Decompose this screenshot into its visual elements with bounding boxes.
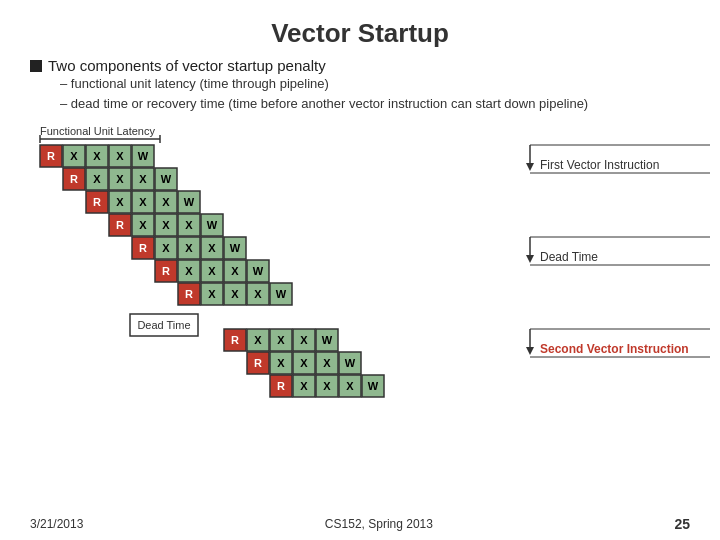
diagram-svg: Functional Unit Latency R X X X W: [30, 121, 710, 431]
second-vector-label: Second Vector Instruction: [540, 342, 689, 356]
svg-text:X: X: [116, 196, 124, 208]
svg-text:W: W: [368, 380, 379, 392]
svg-text:W: W: [322, 334, 333, 346]
svg-text:X: X: [185, 265, 193, 277]
svg-marker-110: [526, 255, 534, 263]
functional-unit-label: Functional Unit Latency: [40, 125, 155, 137]
svg-text:R: R: [47, 150, 55, 162]
svg-text:X: X: [208, 288, 216, 300]
svg-text:X: X: [139, 219, 147, 231]
svg-text:X: X: [254, 288, 262, 300]
footer-page: 25: [674, 516, 690, 532]
svg-text:R: R: [139, 242, 147, 254]
svg-text:X: X: [231, 288, 239, 300]
svg-text:X: X: [139, 173, 147, 185]
footer-course: CS152, Spring 2013: [325, 517, 433, 531]
dead-time-box-label: Dead Time: [137, 319, 190, 331]
svg-text:X: X: [254, 334, 262, 346]
bullet-main: Two components of vector startup penalty: [30, 57, 690, 74]
svg-marker-106: [526, 163, 534, 171]
svg-text:X: X: [93, 150, 101, 162]
svg-text:R: R: [231, 334, 239, 346]
page-title: Vector Startup: [30, 18, 690, 49]
diagram-area: Functional Unit Latency R X X X W: [30, 121, 690, 441]
svg-text:X: X: [162, 242, 170, 254]
svg-text:X: X: [116, 173, 124, 185]
footer: 3/21/2013 CS152, Spring 2013 25: [30, 516, 690, 532]
svg-text:X: X: [300, 334, 308, 346]
svg-text:R: R: [70, 173, 78, 185]
svg-text:W: W: [345, 357, 356, 369]
svg-text:W: W: [138, 150, 149, 162]
svg-text:X: X: [300, 357, 308, 369]
svg-text:X: X: [346, 380, 354, 392]
svg-text:X: X: [185, 242, 193, 254]
dead-time-right-label: Dead Time: [540, 250, 598, 264]
svg-text:X: X: [231, 265, 239, 277]
svg-text:X: X: [93, 173, 101, 185]
svg-text:X: X: [70, 150, 78, 162]
svg-text:X: X: [185, 219, 193, 231]
svg-text:R: R: [254, 357, 262, 369]
sub-bullets: functional unit latency (time through pi…: [30, 74, 690, 113]
first-vector-label: First Vector Instruction: [540, 158, 659, 172]
svg-text:R: R: [93, 196, 101, 208]
svg-text:R: R: [116, 219, 124, 231]
bullet-icon: [30, 60, 42, 72]
svg-text:X: X: [162, 219, 170, 231]
svg-text:W: W: [276, 288, 287, 300]
svg-text:X: X: [323, 380, 331, 392]
svg-text:X: X: [208, 242, 216, 254]
sub-bullet-2: dead time or recovery time (time before …: [60, 94, 690, 114]
sub-bullet-1: functional unit latency (time through pi…: [60, 74, 690, 94]
svg-text:X: X: [116, 150, 124, 162]
svg-text:R: R: [162, 265, 170, 277]
svg-text:W: W: [184, 196, 195, 208]
svg-text:X: X: [162, 196, 170, 208]
svg-text:X: X: [208, 265, 216, 277]
svg-text:X: X: [300, 380, 308, 392]
bullet-section: Two components of vector startup penalty…: [30, 57, 690, 113]
svg-text:X: X: [277, 334, 285, 346]
page: Vector Startup Two components of vector …: [0, 0, 720, 540]
svg-text:W: W: [230, 242, 241, 254]
svg-text:X: X: [139, 196, 147, 208]
svg-text:X: X: [323, 357, 331, 369]
svg-text:W: W: [207, 219, 218, 231]
svg-marker-114: [526, 347, 534, 355]
svg-text:X: X: [277, 357, 285, 369]
svg-text:W: W: [253, 265, 264, 277]
svg-text:W: W: [161, 173, 172, 185]
svg-text:R: R: [185, 288, 193, 300]
svg-text:R: R: [277, 380, 285, 392]
footer-date: 3/21/2013: [30, 517, 83, 531]
